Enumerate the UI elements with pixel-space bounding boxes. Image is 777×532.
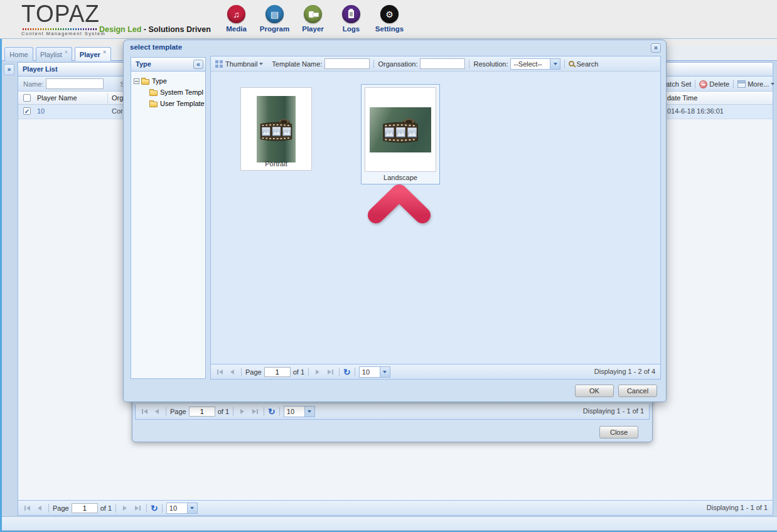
template-name-input[interactable] (324, 58, 370, 69)
paging-next-button[interactable] (237, 407, 247, 417)
media-glyph: ♫ (233, 9, 240, 19)
page-size-select[interactable]: 10 (284, 406, 315, 417)
page-input[interactable] (72, 503, 98, 513)
template-list-panel: Thumbnail Template Name: Organsation: Re… (210, 56, 661, 380)
tab-home[interactable]: Home (4, 47, 33, 61)
topaz-cms-app: TOPAZ Content Management System Design L… (0, 0, 777, 532)
dialog-close-icon[interactable]: × (651, 43, 661, 53)
nav-label-player: Player (302, 25, 324, 33)
paging-separator (115, 504, 116, 513)
name-filter-input[interactable] (46, 78, 104, 89)
paging-first-button[interactable] (215, 367, 225, 377)
displaying-status: Displaying 1 - 1 of 1 (707, 504, 768, 511)
nav-item-program[interactable]: ▤ Program (255, 5, 294, 33)
delete-button[interactable]: Delete (699, 80, 729, 88)
page-size-value: 10 (284, 407, 304, 417)
delete-icon (699, 80, 707, 88)
paging-separator (339, 368, 340, 376)
delete-label: Delete (709, 80, 729, 88)
tree-node-system-label: System Templ (160, 88, 203, 96)
more-button[interactable]: More... (737, 80, 774, 88)
tab-playlist-close-icon[interactable]: × (65, 49, 68, 55)
view-mode-button[interactable]: Thumbnail (225, 60, 263, 68)
chevron-down-icon (771, 83, 774, 85)
page-input[interactable] (189, 407, 215, 417)
column-organisation[interactable]: Org (112, 94, 123, 102)
paging-last-button[interactable] (132, 503, 142, 513)
nav-item-settings[interactable]: ⚙ Settings (370, 5, 409, 33)
row-checkbox-checked[interactable]: ✓ (23, 107, 31, 115)
tab-player-close-icon[interactable]: × (103, 49, 106, 55)
folder-icon (141, 79, 149, 85)
paging-first-button[interactable] (139, 407, 149, 417)
nav-item-logs[interactable]: Logs (332, 5, 370, 33)
portrait-preview-graphic (257, 96, 296, 162)
refresh-icon[interactable]: ↻ (343, 368, 351, 376)
paging-prev-button[interactable] (152, 407, 162, 417)
resolution-select[interactable]: --Select-- (510, 58, 560, 70)
search-label: Search (576, 60, 598, 68)
template-card-portrait[interactable] (240, 87, 312, 171)
batch-set-button[interactable]: atch Set (666, 80, 691, 88)
tab-home-label: Home (9, 51, 28, 58)
organisation-input[interactable] (420, 58, 465, 69)
player-list-toolbar-right: atch Set Delete More... (666, 77, 774, 92)
chevron-down-icon (259, 63, 263, 65)
paging-prev-button[interactable] (35, 503, 45, 513)
logo-title: TOPAZ (21, 1, 147, 28)
select-template-dialog: select template × Type « Type System Tem… (123, 40, 667, 402)
template-card-landscape-selected[interactable]: Landscape (361, 84, 440, 184)
nav-label-media: Media (226, 25, 247, 33)
page-input[interactable] (264, 367, 291, 377)
folder-icon (149, 90, 158, 96)
tagline-rest: - Solutions Driven (141, 25, 210, 34)
paging-separator (264, 407, 264, 416)
chevron-down-icon (304, 407, 314, 417)
paging-last-button[interactable] (250, 407, 260, 417)
logs-glyph (348, 10, 354, 18)
close-button[interactable]: Close (599, 426, 638, 439)
tree-node-user-template[interactable]: User Template (131, 98, 205, 109)
type-tree-panel: Type « Type System Templ User Template (131, 57, 206, 379)
player-icon (304, 5, 322, 23)
row-update-time: 014-6-18 16:36:01 (667, 107, 724, 115)
paging-next-button[interactable] (313, 367, 323, 377)
refresh-icon[interactable]: ↻ (151, 504, 158, 513)
paging-first-button[interactable] (22, 503, 32, 513)
chevron-down-icon (380, 367, 390, 377)
select-all-checkbox[interactable] (23, 94, 31, 102)
paging-last-button[interactable] (325, 367, 335, 377)
tab-playlist-label: Playlist (40, 51, 62, 58)
refresh-icon[interactable]: ↻ (268, 407, 276, 416)
search-button[interactable]: Search (569, 60, 598, 68)
page-size-select[interactable]: 10 (359, 366, 390, 378)
more-label: More... (748, 80, 769, 88)
tab-player[interactable]: Player × (75, 47, 111, 61)
resolution-value: --Select-- (511, 59, 550, 69)
film-strip-graphic (259, 117, 293, 141)
sidebar-expand-button[interactable]: » (4, 64, 14, 75)
nav-label-program: Program (260, 25, 289, 33)
column-player-name[interactable]: Player Name (37, 94, 77, 102)
nav-item-media[interactable]: ♫ Media (217, 5, 255, 33)
page-size-select[interactable]: 10 (166, 503, 198, 514)
tab-playlist[interactable]: Playlist × (36, 47, 72, 61)
page-size-value: 10 (167, 503, 187, 513)
tree-node-type[interactable]: Type (131, 75, 205, 87)
column-update-time[interactable]: date Time (667, 94, 697, 102)
app-header: TOPAZ Content Management System Design L… (0, 0, 777, 39)
name-filter-label: Name: (23, 80, 43, 88)
paging-separator (308, 368, 309, 376)
ok-button[interactable]: OK (575, 385, 614, 397)
nav-item-player[interactable]: Player (294, 5, 332, 33)
detail-paging-toolbar: Page of 1 ↻ 10 Displaying 1 - 1 of 1 (136, 404, 649, 419)
paging-prev-button[interactable] (227, 367, 237, 377)
cancel-button[interactable]: Cancel (618, 385, 657, 397)
folder-icon (149, 102, 158, 107)
paging-next-button[interactable] (120, 503, 130, 513)
tree-expander-icon[interactable] (134, 78, 139, 84)
media-icon: ♫ (227, 5, 245, 23)
collapse-panel-button[interactable]: « (193, 60, 203, 69)
displaying-status: Displaying 1 - 1 of 1 (583, 407, 644, 415)
tree-node-system-template[interactable]: System Templ (131, 87, 205, 98)
